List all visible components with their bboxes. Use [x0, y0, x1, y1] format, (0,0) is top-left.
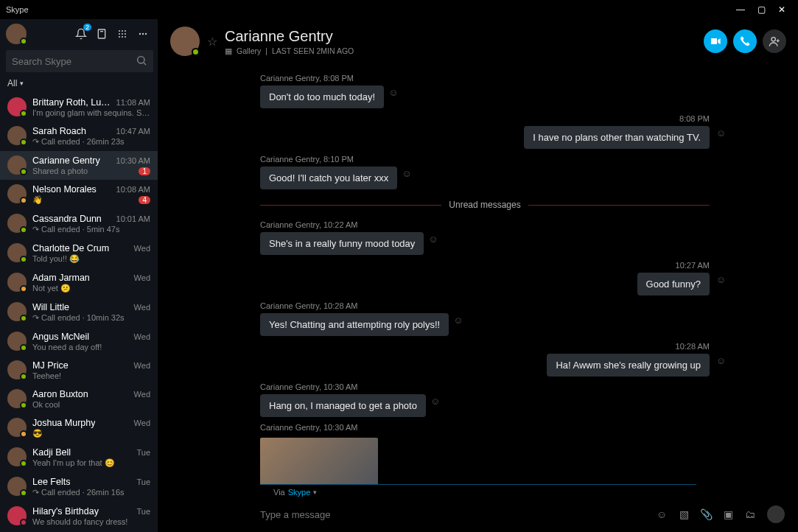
message-preview: ↷ Call ended · 26min 16s [32, 488, 125, 497]
chat-title: Carianne Gentry [225, 28, 354, 45]
contact-name: Brittany Roth, Lucy Holcom... [32, 97, 113, 108]
message-meta: 8:08 PM [260, 114, 710, 123]
svg-rect-0 [98, 29, 105, 38]
attach-file-icon[interactable]: 📎 [698, 508, 714, 520]
contact-name: Aaron Buxton [32, 389, 88, 399]
timestamp: 10:30 AM [116, 156, 150, 165]
image-icon[interactable]: ▧ [676, 508, 692, 520]
via-link[interactable]: Skype [288, 488, 311, 497]
react-icon[interactable]: ☺ [430, 396, 442, 407]
contact-name: Will Little [32, 302, 69, 312]
record-video-icon[interactable]: ▣ [720, 508, 736, 520]
message-bubble[interactable]: Don't do too much today!☺ [260, 85, 384, 108]
react-icon[interactable]: ☺ [714, 127, 726, 139]
message-preview: We should do fancy dress! [32, 517, 127, 526]
message-meta: Carianne Gentry, 10:30 AM [260, 423, 710, 432]
conversation-item[interactable]: Lee FeltsTue↷ Call ended · 26min 16s [0, 472, 158, 502]
timestamp: Wed [134, 419, 150, 427]
react-icon[interactable]: ☺ [714, 355, 726, 367]
audio-call-button[interactable] [733, 29, 757, 53]
message-bubble[interactable]: Yes! Chatting and attempting roly polys!… [260, 313, 449, 336]
react-icon[interactable]: ☺ [428, 234, 440, 245]
message-preview: Yeah I'm up for that 😊 [32, 458, 115, 468]
timestamp: Wed [134, 332, 150, 341]
contact-card-icon[interactable]: 🗂 [742, 508, 758, 520]
timestamp: Wed [134, 390, 150, 399]
more-icon[interactable] [134, 25, 152, 43]
filter-dropdown[interactable]: All ▾ [0, 78, 158, 93]
bookmarks-icon[interactable] [93, 25, 111, 43]
window-maximize[interactable]: ▢ [751, 4, 771, 15]
favorite-star-icon[interactable]: ☆ [207, 35, 217, 49]
conversation-item[interactable]: Nelson Morales10:08 AM👋4 [0, 180, 158, 209]
message-bubble[interactable]: Good! I'll catch you later xxx☺ [260, 167, 397, 189]
chevron-down-icon: ▾ [20, 80, 24, 87]
chat-pane: ☆ Carianne Gentry ▦ Gallery | LAST SEEN … [158, 19, 798, 532]
svg-point-10 [139, 33, 141, 35]
window-minimize[interactable]: — [730, 4, 751, 15]
conversation-item[interactable]: Sarah Roach10:47 AM↷ Call ended · 26min … [0, 122, 158, 151]
conversation-item[interactable]: Carianne Gentry10:30 AMShared a photo1 [0, 151, 158, 180]
message-bubble[interactable]: Good funny?☺ [637, 273, 710, 295]
react-icon[interactable]: ☺ [402, 168, 413, 180]
svg-point-6 [125, 33, 126, 35]
conversation-item[interactable]: Brittany Roth, Lucy Holcom...11:08 AMI'm… [0, 93, 158, 122]
self-avatar[interactable] [6, 24, 27, 44]
window-close[interactable]: ✕ [771, 4, 792, 15]
conversation-item[interactable]: Adam JarmanWedNot yet 😕 [0, 268, 158, 298]
search-input-wrapper[interactable] [6, 50, 153, 72]
conversation-item[interactable]: Charlotte De CrumWedTold you!! 😂 [0, 239, 158, 268]
search-input[interactable] [12, 56, 136, 67]
conversation-item[interactable]: Joshua MurphyWed😎 [0, 413, 158, 443]
notifications-icon[interactable]: 2 [72, 25, 90, 43]
message-preview: Shared a photo [32, 167, 88, 175]
video-call-button[interactable] [704, 29, 727, 53]
react-icon[interactable]: ☺ [714, 274, 726, 286]
add-contact-button[interactable] [763, 29, 786, 53]
conversation-item[interactable]: Will LittleWed↷ Call ended · 10min 32s [0, 298, 158, 327]
message-bubble[interactable]: I have no plans other than watching TV.☺ [524, 126, 710, 149]
contact-avatar [7, 155, 27, 175]
dialpad-icon[interactable] [113, 25, 131, 43]
contact-name: Joshua Murphy [32, 418, 95, 428]
message-preview: 😎 [32, 429, 43, 438]
message-meta: 10:27 AM [260, 261, 710, 270]
conversation-item[interactable]: Kadji BellTueYeah I'm up for that 😊 [0, 443, 158, 472]
message-bubble[interactable]: She's in a really funny mood today☺ [260, 232, 424, 255]
timestamp: 10:01 AM [116, 214, 150, 223]
conversation-item[interactable]: Cassandra Dunn10:01 AM↷ Call ended · 5mi… [0, 209, 158, 239]
message-meta: Carianne Gentry, 10:30 AM [260, 382, 710, 391]
message-preview: ↷ Call ended · 5min 47s [32, 225, 119, 234]
contact-name: Charlotte De Crum [32, 243, 109, 253]
contact-avatar [7, 360, 27, 379]
chat-contact-avatar[interactable] [170, 27, 200, 56]
conversation-item[interactable]: Hilary's BirthdayTueWe should do fancy d… [0, 502, 158, 531]
svg-point-7 [119, 36, 120, 38]
message-preview: You need a day off! [32, 343, 102, 351]
chat-header: ☆ Carianne Gentry ▦ Gallery | LAST SEEN … [158, 19, 798, 60]
contact-name: MJ Price [32, 360, 69, 371]
react-icon[interactable]: ☺ [388, 87, 400, 99]
react-icon[interactable]: ☺ [453, 315, 465, 326]
message-preview: ↷ Call ended · 26min 23s [32, 137, 125, 147]
contact-avatar [7, 184, 27, 203]
svg-point-14 [771, 38, 775, 41]
contact-name: Sarah Roach [32, 126, 86, 136]
contact-avatar [7, 243, 27, 262]
message-bubble[interactable]: Ha! Awwm she's really growing up☺ [547, 354, 710, 377]
message-input[interactable] [260, 509, 648, 520]
message-bubble[interactable]: Hang on, I managed to get a photo☺ [260, 394, 426, 417]
message-meta: 10:28 AM [260, 342, 710, 351]
conversation-item[interactable]: Aaron BuxtonWedOk cool [0, 385, 158, 413]
svg-point-4 [119, 33, 120, 35]
send-avatar[interactable] [767, 505, 785, 523]
chevron-down-icon[interactable]: ▾ [313, 489, 317, 496]
conversation-item[interactable]: Angus McNeilWedYou need a day off! [0, 327, 158, 356]
shared-photo[interactable] [260, 438, 378, 484]
gallery-link[interactable]: Gallery [237, 46, 261, 55]
conversation-item[interactable]: MJ PriceWedTeehee! [0, 356, 158, 385]
timestamp: Tue [136, 448, 150, 457]
gallery-icon[interactable]: ▦ [225, 46, 232, 55]
emoji-icon[interactable]: ☺ [654, 508, 670, 520]
contact-avatar [7, 418, 27, 437]
